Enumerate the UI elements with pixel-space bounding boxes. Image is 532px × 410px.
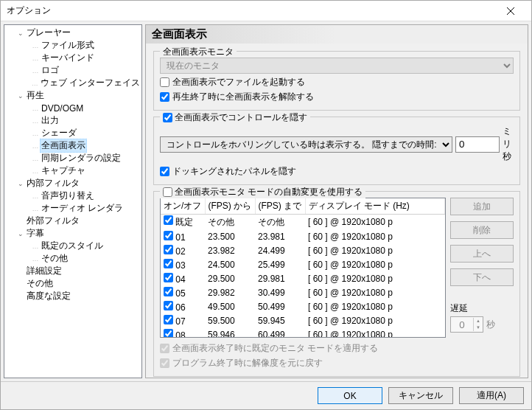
tree-item-1[interactable]: …ファイル形式 (4, 39, 141, 52)
hide-timeout-input[interactable] (455, 136, 500, 153)
tree-item-3[interactable]: …ロゴ (4, 64, 141, 77)
tree-item-9[interactable]: …全画面表示 (4, 139, 141, 152)
monitor-select[interactable]: 現在のモニタ (160, 58, 514, 74)
category-tree[interactable]: ⌄プレーヤー…ファイル形式…キーバインド…ロゴ…ウェブ インターフェイス⌄再生…… (4, 24, 142, 378)
close-button[interactable] (496, 1, 525, 21)
table-row[interactable]: 0759.50059.945[ 60 ] @ 1920x1080 p (161, 313, 445, 327)
row-name: 03 (173, 260, 186, 271)
tree-item-12[interactable]: ⌄内部フィルタ (4, 177, 141, 190)
table-row[interactable]: 0529.98230.499[ 60 ] @ 1920x1080 p (161, 285, 445, 299)
group-hidectrl-legend: 全画面表示でコントロールを隠す (175, 111, 307, 124)
chk-auto-change-mode[interactable] (163, 187, 172, 197)
row-enable-checkbox[interactable] (164, 315, 173, 324)
table-row[interactable]: 0859.94660.499[ 60 ] @ 1920x1080 p (161, 327, 445, 338)
row-enable-checkbox[interactable] (164, 287, 173, 296)
chk-exit-fullscreen[interactable] (160, 92, 169, 102)
tree-item-17[interactable]: …既定のスタイル (4, 240, 141, 252)
row-from: 49.500 (205, 299, 255, 313)
row-enable-checkbox[interactable] (164, 273, 173, 282)
tree-item-4[interactable]: …ウェブ インターフェイス (4, 77, 141, 89)
mode-table[interactable]: オン/オフ (FPS) から (FPS) まで ディスプレイ モード (Hz) … (160, 198, 446, 338)
row-to: 23.981 (255, 229, 305, 243)
delay-input[interactable] (451, 319, 473, 330)
tree-connector-icon: … (31, 55, 40, 62)
down-button[interactable]: 下へ (450, 268, 514, 286)
hide-controls-mode-select[interactable]: コントロールをホバリングしている時は表示する。 隠すまでの時間: (160, 136, 452, 153)
row-name: 07 (173, 316, 186, 327)
tree-item-7[interactable]: …出力 (4, 114, 141, 127)
row-enable-checkbox[interactable] (164, 231, 173, 240)
delete-button[interactable]: 削除 (450, 221, 514, 239)
table-row[interactable]: 0649.50050.499[ 60 ] @ 1920x1080 p (161, 299, 445, 313)
col-from[interactable]: (FPS) から (205, 198, 255, 215)
tree-item-label: 字幕 (25, 227, 46, 240)
tree-item-label: ファイル形式 (40, 39, 96, 52)
tree-item-19[interactable]: 詳細設定 (4, 265, 141, 277)
tree-item-18[interactable]: …その他 (4, 252, 141, 265)
collapse-icon[interactable]: ⌄ (16, 230, 25, 237)
row-from: 59.946 (205, 327, 255, 338)
table-row[interactable]: 既定その他その他[ 60 ] @ 1920x1080 p (161, 215, 445, 230)
row-name: 06 (173, 302, 186, 313)
chk-launch-fullscreen[interactable] (160, 77, 169, 87)
tree-item-11[interactable]: …キャプチャ (4, 164, 141, 177)
tree-item-16[interactable]: ⌄字幕 (4, 227, 141, 240)
table-row[interactable]: 0324.50025.499[ 60 ] @ 1920x1080 p (161, 257, 445, 271)
chk-hide-controls[interactable] (163, 113, 172, 122)
tree-connector-icon: … (31, 130, 40, 137)
tree-item-label: 再生 (25, 89, 46, 102)
row-from: 29.982 (205, 285, 255, 299)
add-button[interactable]: 追加 (450, 198, 514, 215)
row-to: 29.981 (255, 271, 305, 285)
table-row[interactable]: 0429.50029.981[ 60 ] @ 1920x1080 p (161, 271, 445, 285)
tree-connector-icon: … (31, 117, 40, 125)
delay-down-icon[interactable]: ▼ (474, 324, 483, 331)
apply-button[interactable]: 適用(A) (459, 387, 524, 404)
row-enable-checkbox[interactable] (164, 215, 173, 225)
row-enable-checkbox[interactable] (164, 301, 173, 310)
tree-item-20[interactable]: その他 (4, 277, 141, 290)
tree-item-10[interactable]: …同期レンダラの設定 (4, 152, 141, 164)
row-enable-checkbox[interactable] (164, 259, 173, 268)
row-mode: [ 60 ] @ 1920x1080 p (305, 215, 445, 230)
row-enable-checkbox[interactable] (164, 245, 173, 254)
up-button[interactable]: 上へ (450, 245, 514, 263)
tree-item-label: 詳細設定 (25, 265, 63, 277)
chk-restore-exit[interactable] (160, 344, 169, 353)
tree-item-8[interactable]: …シェーダ (4, 127, 141, 139)
tree-connector-icon: … (31, 155, 40, 162)
tree-item-label: 高度な設定 (25, 290, 72, 302)
tree-item-15[interactable]: 外部フィルタ (4, 215, 141, 227)
delay-up-icon[interactable]: ▲ (474, 318, 483, 324)
tree-item-label: その他 (40, 252, 69, 265)
tree-item-13[interactable]: …音声切り替え (4, 190, 141, 202)
cancel-button[interactable]: キャンセル (388, 387, 453, 404)
col-mode[interactable]: ディスプレイ モード (Hz) (305, 198, 445, 215)
tree-item-2[interactable]: …キーバインド (4, 52, 141, 64)
tree-item-label: キャプチャ (40, 164, 87, 177)
chk-hide-docked-label: ドッキングされたパネルを隠す (172, 165, 296, 178)
collapse-icon[interactable]: ⌄ (16, 92, 25, 100)
tree-connector-icon: … (31, 205, 40, 212)
collapse-icon[interactable]: ⌄ (16, 29, 25, 37)
row-enable-checkbox[interactable] (164, 329, 173, 338)
chk-restore-exit-label: 全画面表示終了時に既定のモニタ モードを適用する (172, 342, 378, 355)
col-to[interactable]: (FPS) まで (255, 198, 305, 215)
tree-item-6[interactable]: …DVD/OGM (4, 102, 141, 114)
tree-item-0[interactable]: ⌄プレーヤー (4, 27, 141, 39)
table-row[interactable]: 0123.50023.981[ 60 ] @ 1920x1080 p (161, 229, 445, 243)
table-row[interactable]: 0223.98224.499[ 60 ] @ 1920x1080 p (161, 243, 445, 257)
tree-item-14[interactable]: …オーディオ レンダラ (4, 202, 141, 215)
chk-restore-prog[interactable] (160, 358, 169, 368)
row-name: 02 (173, 246, 186, 257)
tree-item-label: オーディオ レンダラ (40, 202, 125, 215)
group-monitor-legend: 全画面表示モニタ (160, 46, 237, 58)
chk-hide-docked[interactable] (160, 167, 169, 176)
col-onoff[interactable]: オン/オフ (161, 198, 205, 215)
collapse-icon[interactable]: ⌄ (16, 180, 25, 187)
ok-button[interactable]: OK (318, 387, 382, 404)
tree-item-21[interactable]: 高度な設定 (4, 290, 141, 302)
tree-item-5[interactable]: ⌄再生 (4, 89, 141, 102)
row-from: 29.500 (205, 271, 255, 285)
group-autochange-legend: 全画面表示モニタ モードの自動変更を使用する (175, 186, 363, 198)
